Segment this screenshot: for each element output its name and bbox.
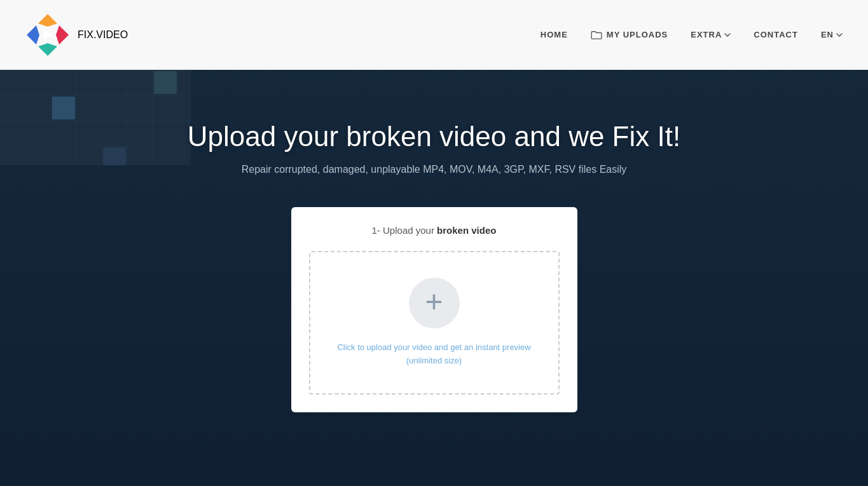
chevron-down-icon-lang	[836, 33, 843, 37]
hero-title: Upload your broken video and we Fix It!	[188, 121, 680, 152]
nav-my-uploads[interactable]: MY UPLOADS	[591, 30, 668, 39]
nav-language[interactable]: EN	[821, 30, 843, 39]
nav-extra[interactable]: EXTRA	[691, 30, 731, 39]
logo-video: VIDEO	[96, 29, 128, 40]
svg-marker-4	[43, 30, 53, 39]
upload-card: 1- Upload your broken video + Click to u…	[291, 207, 577, 412]
main-nav: HOME MY UPLOADS EXTRA CONTACT EN	[541, 30, 843, 39]
nav-contact[interactable]: CONTACT	[754, 30, 798, 39]
upload-dropzone[interactable]: + Click to upload your video and get an …	[309, 251, 560, 395]
logo-text: FIX.VIDEO	[78, 29, 128, 41]
grid-background	[0, 70, 191, 165]
hero-subtitle: Repair corrupted, damaged, unplayable MP…	[242, 164, 627, 175]
svg-marker-1	[27, 25, 39, 44]
folder-icon	[591, 30, 602, 39]
plus-icon: +	[425, 287, 443, 317]
logo[interactable]: FIX.VIDEO	[25, 13, 128, 57]
logo-fix: FIX	[78, 29, 93, 40]
logo-icon	[25, 13, 70, 57]
hero-section: Upload your broken video and we Fix It! …	[0, 70, 868, 486]
upload-plus-button[interactable]: +	[409, 278, 460, 328]
svg-marker-3	[38, 43, 57, 56]
chevron-down-icon	[724, 33, 731, 37]
svg-marker-0	[38, 14, 57, 27]
upload-step-label: 1- Upload your broken video	[372, 225, 497, 236]
upload-hint: Click to upload your video and get an in…	[337, 341, 530, 368]
site-header: FIX.VIDEO HOME MY UPLOADS EXTRA CONTACT …	[0, 0, 868, 70]
nav-home[interactable]: HOME	[541, 30, 568, 39]
svg-marker-2	[56, 25, 69, 44]
